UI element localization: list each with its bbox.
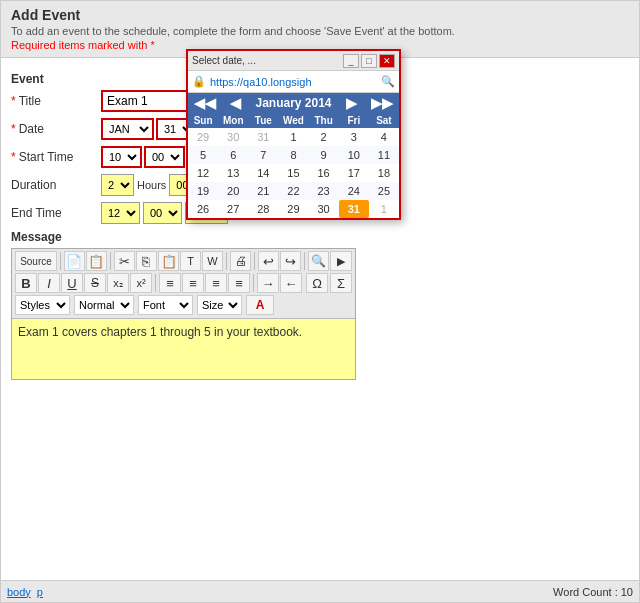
end-min-select[interactable]: 00	[143, 202, 182, 224]
cal-day-cell[interactable]: 5	[188, 146, 218, 164]
cal-next-button[interactable]: ▶	[346, 96, 357, 110]
cal-day-cell[interactable]: 24	[339, 182, 369, 200]
paste-word-button[interactable]: W	[202, 251, 223, 271]
sep-4	[254, 252, 255, 270]
font-color-button[interactable]: A	[246, 295, 274, 315]
cal-prev-prev-button[interactable]: ◀◀	[194, 96, 216, 110]
cal-prev-button[interactable]: ◀	[230, 96, 241, 110]
cal-day-cell[interactable]: 19	[188, 182, 218, 200]
cal-day-cell[interactable]: 17	[339, 164, 369, 182]
required-note-text: Required items marked with	[11, 39, 147, 51]
cal-day-cell[interactable]: 28	[248, 200, 278, 218]
title-label-container: * Title	[11, 94, 101, 108]
cal-day-cell[interactable]: 14	[248, 164, 278, 182]
outdent-button[interactable]: ←	[280, 273, 302, 293]
cal-day-cell[interactable]: 9	[309, 146, 339, 164]
format-select[interactable]: Normal	[74, 295, 134, 315]
duration-label: Duration	[11, 178, 56, 192]
p-link[interactable]: p	[37, 586, 43, 598]
duration-hours-select[interactable]: 2	[101, 174, 134, 196]
font-color-icon: A	[256, 298, 265, 312]
cal-day-cell[interactable]: 2	[309, 128, 339, 146]
cal-day-cell[interactable]: 23	[309, 182, 339, 200]
message-section-label: Message	[11, 230, 629, 244]
cal-day-cell[interactable]: 29	[278, 200, 308, 218]
align-center-button[interactable]: ≡	[182, 273, 204, 293]
date-month-select[interactable]: JAN FEB MAR	[101, 118, 154, 140]
cal-day-cell[interactable]: 29	[188, 128, 218, 146]
cal-day-cell[interactable]: 7	[248, 146, 278, 164]
source-button[interactable]: Source	[15, 251, 57, 271]
cal-day-cell[interactable]: 13	[218, 164, 248, 182]
cal-day-cell[interactable]: 10	[339, 146, 369, 164]
paste-button[interactable]: 📋	[158, 251, 179, 271]
styles-select[interactable]: Styles	[15, 295, 70, 315]
size-select[interactable]: Size	[197, 295, 242, 315]
sigma-button[interactable]: Σ	[330, 273, 352, 293]
cal-day-cell[interactable]: 3	[339, 128, 369, 146]
start-min-select[interactable]: 00	[144, 146, 185, 168]
cal-minimize-button[interactable]: _	[343, 54, 359, 68]
cut-button[interactable]: ✂	[114, 251, 135, 271]
cal-header-wed: Wed	[278, 113, 308, 128]
underline-button[interactable]: U	[61, 273, 83, 293]
editor-content[interactable]: Exam 1 covers chapters 1 through 5 in yo…	[12, 319, 355, 379]
omega-button[interactable]: Ω	[306, 273, 328, 293]
start-hour-select[interactable]: 10	[101, 146, 142, 168]
find-button[interactable]: 🔍	[308, 251, 329, 271]
title-required-star: *	[11, 94, 16, 108]
cal-day-cell[interactable]: 31	[339, 200, 369, 218]
copy-button[interactable]: ⎘	[136, 251, 157, 271]
italic-button[interactable]: I	[38, 273, 60, 293]
cal-day-cell[interactable]: 1	[369, 200, 399, 218]
subscript-button[interactable]: x₂	[107, 273, 129, 293]
cal-search-icon[interactable]: 🔍	[381, 75, 395, 88]
cal-day-cell[interactable]: 1	[278, 128, 308, 146]
align-justify-button[interactable]: ≡	[228, 273, 250, 293]
strikethrough-button[interactable]: S	[84, 273, 106, 293]
template-button[interactable]: 📋	[86, 251, 107, 271]
cal-day-cell[interactable]: 31	[248, 128, 278, 146]
body-link[interactable]: body	[7, 586, 31, 598]
page-description: To add an event to the schedule, complet…	[11, 25, 629, 37]
bold-button[interactable]: B	[15, 273, 37, 293]
end-time-label: End Time	[11, 206, 62, 220]
cal-day-cell[interactable]: 12	[188, 164, 218, 182]
cal-day-cell[interactable]: 11	[369, 146, 399, 164]
cal-day-cell[interactable]: 26	[188, 200, 218, 218]
superscript-button[interactable]: x²	[130, 273, 152, 293]
cal-day-cell[interactable]: 15	[278, 164, 308, 182]
cal-day-cell[interactable]: 6	[218, 146, 248, 164]
cal-day-cell[interactable]: 20	[218, 182, 248, 200]
cal-close-button[interactable]: ✕	[379, 54, 395, 68]
cal-day-cell[interactable]: 8	[278, 146, 308, 164]
redo-button[interactable]: ↪	[280, 251, 301, 271]
align-right-button[interactable]: ≡	[205, 273, 227, 293]
cal-restore-button[interactable]: □	[361, 54, 377, 68]
end-hour-select[interactable]: 12	[101, 202, 140, 224]
cal-header-tue: Tue	[248, 113, 278, 128]
cal-day-cell[interactable]: 22	[278, 182, 308, 200]
align-left-button[interactable]: ≡	[159, 273, 181, 293]
cal-day-cell[interactable]: 30	[218, 128, 248, 146]
cal-day-cell[interactable]: 27	[218, 200, 248, 218]
cal-header-row: Sun Mon Tue Wed Thu Fri Sat	[188, 113, 399, 128]
sep-3	[226, 252, 227, 270]
paste-text-button[interactable]: T	[180, 251, 201, 271]
cal-day-cell[interactable]: 18	[369, 164, 399, 182]
title-label: Title	[19, 94, 41, 108]
font-select[interactable]: Font	[138, 295, 193, 315]
cal-day-cell[interactable]: 25	[369, 182, 399, 200]
cal-day-cell[interactable]: 21	[248, 182, 278, 200]
undo-button[interactable]: ↩	[258, 251, 279, 271]
cal-day-cell[interactable]: 16	[309, 164, 339, 182]
new-doc-button[interactable]: 📄	[64, 251, 85, 271]
cal-header-sun: Sun	[188, 113, 218, 128]
spell-check-button[interactable]: 🖨	[230, 251, 251, 271]
cal-day-cell[interactable]: 30	[309, 200, 339, 218]
right-arrow-1[interactable]: ▶	[330, 251, 352, 271]
cal-day-cell[interactable]: 4	[369, 128, 399, 146]
indent-button[interactable]: →	[257, 273, 279, 293]
cal-next-next-button[interactable]: ▶▶	[371, 96, 393, 110]
cal-week-row: 2627282930311	[188, 200, 399, 218]
